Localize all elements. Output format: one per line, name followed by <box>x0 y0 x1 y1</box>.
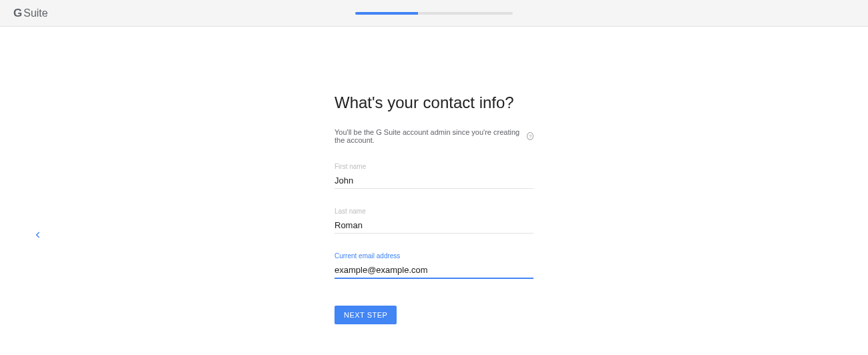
back-button[interactable] <box>33 230 43 242</box>
first-name-field: First name <box>335 163 533 189</box>
email-label: Current email address <box>335 252 533 260</box>
last-name-input[interactable] <box>335 218 533 234</box>
logo: G Suite <box>13 7 48 20</box>
first-name-input[interactable] <box>335 173 533 189</box>
header: G Suite <box>0 0 868 27</box>
chevron-left-icon <box>33 230 43 240</box>
first-name-label: First name <box>335 163 533 170</box>
subtitle-text: You'll be the G Suite account admin sinc… <box>335 128 523 144</box>
form-container: What's your contact info? You'll be the … <box>335 27 533 324</box>
progress-fill <box>355 12 418 15</box>
logo-text: Suite <box>23 7 47 19</box>
page-title: What's your contact info? <box>335 93 533 112</box>
email-input[interactable] <box>335 262 533 279</box>
help-icon[interactable]: ? <box>527 132 533 140</box>
logo-g: G <box>13 7 22 20</box>
last-name-field: Last name <box>335 208 533 234</box>
next-step-button[interactable]: NEXT STEP <box>335 306 397 324</box>
progress-bar <box>355 12 513 15</box>
email-field: Current email address <box>335 252 533 279</box>
last-name-label: Last name <box>335 208 533 215</box>
subtitle-row: You'll be the G Suite account admin sinc… <box>335 128 533 144</box>
